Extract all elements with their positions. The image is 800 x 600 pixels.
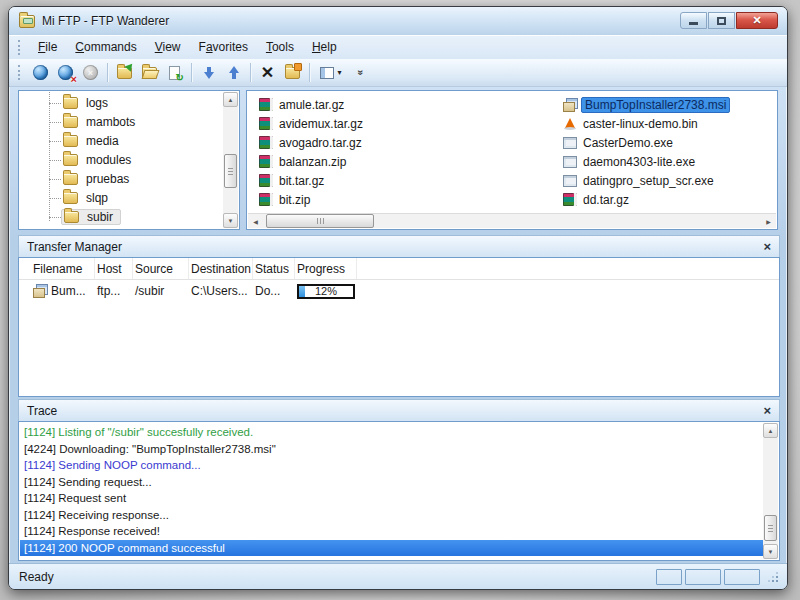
archive-icon <box>563 193 577 206</box>
file-item[interactable]: bit.zip <box>259 190 549 209</box>
trace-line[interactable]: [1124] Sending NOOP command... <box>20 457 763 474</box>
title-bar[interactable]: Mi FTP - FTP Wanderer ✕ <box>9 7 787 35</box>
toolbar-separator <box>250 63 251 82</box>
menu-item-view[interactable]: View <box>147 37 189 57</box>
column-header-filename[interactable]: Filename <box>31 258 95 279</box>
refresh-button[interactable] <box>162 61 187 84</box>
menu-item-help[interactable]: Help <box>304 37 345 57</box>
transfer-row[interactable]: Bum... ftp... /subir C:\Users... Do... 1… <box>19 280 779 302</box>
trace-line[interactable]: [1124] Receiving response... <box>20 507 763 524</box>
folder-tree-pane: logs mambots media modules pruebas slqp … <box>18 90 240 230</box>
menu-item-file[interactable]: File <box>30 37 65 57</box>
column-header-status[interactable]: Status <box>253 258 295 279</box>
tree-scrollbar[interactable]: ▲ ▼ <box>223 92 238 228</box>
trace-line[interactable]: [1124] Response received! <box>20 523 763 540</box>
abort-button[interactable]: × <box>78 61 103 84</box>
trace-log: [1124] Listing of "/subir" succesfully r… <box>20 424 763 560</box>
column-header-host[interactable]: Host <box>95 258 133 279</box>
folder-icon <box>63 192 78 204</box>
trace-line[interactable]: [4224] Downloading: "BumpTopInstaller273… <box>20 441 763 458</box>
column-header-destination[interactable]: Destination <box>189 258 253 279</box>
file-item[interactable]: bit.tar.gz <box>259 171 549 190</box>
trace-close-icon[interactable]: × <box>763 404 771 417</box>
scroll-left-arrow[interactable]: ◀ <box>248 214 263 228</box>
application-icon <box>563 156 577 168</box>
menu-grip[interactable] <box>18 40 23 55</box>
toolbar-grip[interactable] <box>18 65 23 80</box>
trace-panel: [1124] Listing of "/subir" succesfully r… <box>18 421 780 561</box>
download-button[interactable] <box>196 61 221 84</box>
file-list-column-2: BumpTopInstaller2738.msi caster-linux-de… <box>563 95 773 209</box>
scroll-up-arrow[interactable]: ▲ <box>763 423 778 438</box>
menu-item-tools[interactable]: Tools <box>258 37 302 57</box>
tree-item-slqp[interactable]: slqp <box>19 188 223 207</box>
delete-icon: ✕ <box>261 65 274 81</box>
transfer-manager-close-icon[interactable]: × <box>763 240 771 253</box>
trace-scrollbar[interactable]: ▲ ▼ <box>763 423 778 559</box>
menu-item-commands[interactable]: Commands <box>67 37 144 57</box>
status-cell <box>724 569 760 585</box>
file-item[interactable]: caster-linux-demo.bin <box>563 114 773 133</box>
scroll-down-arrow[interactable]: ▼ <box>763 544 778 559</box>
hscrollbar-thumb[interactable] <box>266 214 374 228</box>
tree-item-pruebas[interactable]: pruebas <box>19 169 223 188</box>
file-item[interactable]: avogadro.tar.gz <box>259 133 549 152</box>
file-item[interactable]: daemon4303-lite.exe <box>563 152 773 171</box>
trace-line[interactable]: [1124] Listing of "/subir" succesfully r… <box>20 424 763 441</box>
new-folder-button[interactable] <box>112 61 137 84</box>
delete-button[interactable]: ✕ <box>255 61 280 84</box>
status-text: Ready <box>19 570 54 584</box>
close-icon: ✕ <box>752 14 761 27</box>
close-button[interactable]: ✕ <box>736 12 778 29</box>
tree-item-subir[interactable]: subir <box>19 207 223 226</box>
menu-item-favorites[interactable]: Favorites <box>191 37 256 57</box>
trace-line-selected[interactable]: [1124] 200 NOOP command successful <box>20 540 763 557</box>
msi-installer-icon <box>33 284 48 298</box>
folder-properties-button[interactable] <box>280 61 305 84</box>
window-controls: ✕ <box>680 12 778 29</box>
folder-icon <box>63 97 78 109</box>
archive-icon <box>259 136 273 149</box>
open-folder-button[interactable] <box>137 61 162 84</box>
toolbar-overflow-button[interactable]: » <box>348 61 373 84</box>
connect-button[interactable] <box>28 61 53 84</box>
archive-icon <box>259 98 273 111</box>
column-header-source[interactable]: Source <box>133 258 189 279</box>
file-item[interactable]: amule.tar.gz <box>259 95 549 114</box>
disconnect-button[interactable] <box>53 61 78 84</box>
app-icon <box>19 15 35 28</box>
views-button[interactable]: ▾ <box>314 61 348 84</box>
folder-icon <box>63 173 78 185</box>
scroll-up-arrow[interactable]: ▲ <box>223 92 238 107</box>
tree-item-logs[interactable]: logs <box>19 93 223 112</box>
window-title: Mi FTP - FTP Wanderer <box>42 14 169 28</box>
refresh-icon <box>169 66 180 80</box>
tree-item-modules[interactable]: modules <box>19 150 223 169</box>
new-folder-icon <box>117 67 132 79</box>
file-item[interactable]: datingpro_setup_scr.exe <box>563 171 773 190</box>
trace-scrollbar-thumb[interactable] <box>764 515 777 541</box>
scroll-right-arrow[interactable]: ▶ <box>761 214 776 228</box>
status-cell <box>685 569 721 585</box>
tree-item-mambots[interactable]: mambots <box>19 112 223 131</box>
file-item[interactable]: avidemux.tar.gz <box>259 114 549 133</box>
tree-item-media[interactable]: media <box>19 131 223 150</box>
tree-scrollbar-thumb[interactable] <box>224 154 237 188</box>
resize-grip[interactable] <box>767 570 779 584</box>
file-list-hscrollbar[interactable]: ◀ ▶ <box>248 213 776 228</box>
trace-line[interactable]: [1124] Sending request... <box>20 474 763 491</box>
scroll-down-arrow[interactable]: ▼ <box>223 213 238 228</box>
progress-fill <box>299 286 305 297</box>
trace-line[interactable]: [1124] Request sent <box>20 490 763 507</box>
archive-icon <box>259 174 273 187</box>
file-list-column-1: amule.tar.gz avidemux.tar.gz avogadro.ta… <box>259 95 549 209</box>
file-item[interactable]: CasterDemo.exe <box>563 133 773 152</box>
status-bar: Ready <box>9 563 787 589</box>
file-item[interactable]: balanzan.zip <box>259 152 549 171</box>
file-item-selected[interactable]: BumpTopInstaller2738.msi <box>563 95 773 114</box>
column-header-progress[interactable]: Progress <box>295 258 357 279</box>
minimize-button[interactable] <box>680 12 707 29</box>
upload-button[interactable] <box>221 61 246 84</box>
file-item[interactable]: dd.tar.gz <box>563 190 773 209</box>
maximize-button[interactable] <box>708 12 735 29</box>
